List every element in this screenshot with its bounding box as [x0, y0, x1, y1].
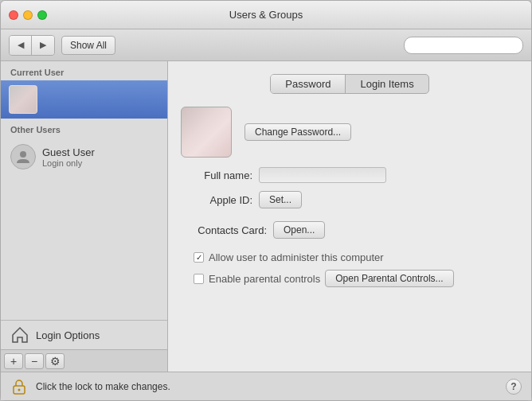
traffic-lights — [9, 10, 47, 20]
content-area: Current User Other Users Guest User Log — [1, 61, 531, 372]
login-options-label: Login Options — [36, 329, 100, 341]
forward-button[interactable]: ▶ — [32, 36, 54, 55]
guest-user-sub: Login only — [42, 158, 95, 168]
tab-bar: Password Login Items — [181, 74, 518, 94]
open-parental-controls-button[interactable]: Open Parental Controls... — [325, 270, 453, 287]
title-bar: Users & Groups — [1, 1, 531, 29]
window-title: Users & Groups — [229, 9, 303, 21]
parental-controls-row: Enable parental controls Open Parental C… — [194, 270, 518, 287]
toolbar: ◀ ▶ Show All 🔍 — [1, 29, 531, 61]
main-panel: Password Login Items Change Password... … — [168, 61, 531, 372]
form-rows: Full name: Apple ID: Set... — [181, 167, 518, 208]
tab-container: Password Login Items — [270, 74, 428, 94]
allow-admin-checkbox[interactable] — [194, 252, 204, 263]
svg-point-0 — [20, 151, 26, 158]
search-input[interactable] — [404, 37, 523, 54]
full-name-value — [259, 167, 386, 183]
allow-admin-label: Allow user to administer this computer — [209, 251, 384, 263]
gear-button[interactable]: ⚙ — [45, 353, 65, 369]
current-user-item[interactable] — [1, 80, 167, 119]
guest-user-name: Guest User — [42, 146, 95, 158]
profile-top-row: Change Password... — [181, 107, 518, 158]
full-name-row: Full name: — [181, 167, 518, 183]
parental-controls-checkbox[interactable] — [194, 274, 204, 284]
back-button[interactable]: ◀ — [10, 36, 32, 55]
login-options-item[interactable]: Login Options — [1, 320, 167, 349]
sidebar-toolbar: + − ⚙ — [1, 349, 167, 372]
checkboxes-section: Allow user to administer this computer E… — [181, 251, 518, 287]
maximize-button[interactable] — [37, 10, 47, 20]
open-button[interactable]: Open... — [273, 221, 325, 239]
current-user-label: Current User — [1, 61, 167, 80]
help-button[interactable]: ? — [506, 379, 522, 395]
set-button[interactable]: Set... — [259, 191, 302, 208]
house-icon — [10, 325, 29, 345]
apple-id-label: Apple ID: — [181, 194, 252, 206]
contacts-card-label: Contacts Card: — [181, 224, 267, 236]
contacts-card-row: Contacts Card: Open... — [181, 221, 518, 239]
apple-id-row: Apple ID: Set... — [181, 191, 518, 208]
full-name-label: Full name: — [181, 169, 252, 181]
sidebar: Current User Other Users Guest User Log — [1, 61, 168, 372]
other-users-label: Other Users — [1, 119, 167, 138]
main-window: Users & Groups ◀ ▶ Show All 🔍 Current Us… — [0, 0, 532, 401]
close-button[interactable] — [9, 10, 18, 20]
lock-icon[interactable] — [10, 378, 28, 395]
allow-admin-row: Allow user to administer this computer — [194, 251, 518, 263]
parental-controls-label: Enable parental controls — [209, 273, 320, 285]
show-all-button[interactable]: Show All — [61, 36, 115, 55]
current-user-avatar — [9, 85, 37, 114]
change-password-button[interactable]: Change Password... — [244, 123, 351, 141]
remove-user-button[interactable]: − — [25, 353, 44, 369]
guest-user-info: Guest User Login only — [42, 146, 95, 168]
profile-avatar — [181, 107, 232, 158]
lock-text: Click the lock to make changes. — [36, 381, 170, 392]
add-user-button[interactable]: + — [4, 353, 23, 369]
nav-buttons: ◀ ▶ — [9, 35, 55, 56]
minimize-button[interactable] — [23, 10, 33, 20]
tab-password[interactable]: Password — [271, 75, 346, 93]
other-users-section: Guest User Login only — [1, 138, 167, 176]
bottom-bar: Click the lock to make changes. ? — [1, 372, 531, 400]
search-wrapper: 🔍 — [404, 37, 523, 54]
svg-point-2 — [18, 388, 21, 391]
guest-user-item[interactable]: Guest User Login only — [1, 141, 167, 173]
sidebar-spacer — [1, 176, 167, 320]
tab-login-items[interactable]: Login Items — [346, 75, 428, 93]
guest-user-avatar — [10, 144, 36, 169]
